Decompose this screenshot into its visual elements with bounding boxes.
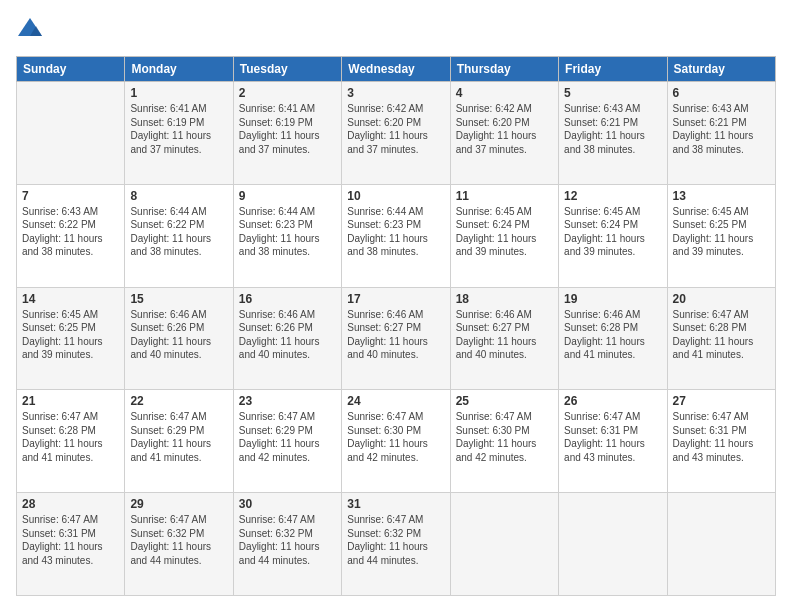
calendar-cell: 31Sunrise: 6:47 AM Sunset: 6:32 PM Dayli… — [342, 493, 450, 596]
calendar-cell: 19Sunrise: 6:46 AM Sunset: 6:28 PM Dayli… — [559, 287, 667, 390]
calendar-cell: 24Sunrise: 6:47 AM Sunset: 6:30 PM Dayli… — [342, 390, 450, 493]
calendar-cell: 15Sunrise: 6:46 AM Sunset: 6:26 PM Dayli… — [125, 287, 233, 390]
day-info: Sunrise: 6:41 AM Sunset: 6:19 PM Dayligh… — [239, 102, 336, 156]
day-info: Sunrise: 6:47 AM Sunset: 6:28 PM Dayligh… — [673, 308, 770, 362]
day-info: Sunrise: 6:46 AM Sunset: 6:26 PM Dayligh… — [239, 308, 336, 362]
day-number: 30 — [239, 497, 336, 511]
week-row-2: 7Sunrise: 6:43 AM Sunset: 6:22 PM Daylig… — [17, 184, 776, 287]
day-info: Sunrise: 6:45 AM Sunset: 6:24 PM Dayligh… — [564, 205, 661, 259]
day-info: Sunrise: 6:47 AM Sunset: 6:32 PM Dayligh… — [347, 513, 444, 567]
day-number: 7 — [22, 189, 119, 203]
calendar-cell: 21Sunrise: 6:47 AM Sunset: 6:28 PM Dayli… — [17, 390, 125, 493]
day-info: Sunrise: 6:47 AM Sunset: 6:30 PM Dayligh… — [347, 410, 444, 464]
logo — [16, 16, 48, 44]
day-info: Sunrise: 6:45 AM Sunset: 6:25 PM Dayligh… — [673, 205, 770, 259]
header-day-tuesday: Tuesday — [233, 57, 341, 82]
day-number: 31 — [347, 497, 444, 511]
header-day-saturday: Saturday — [667, 57, 775, 82]
day-number: 1 — [130, 86, 227, 100]
day-number: 13 — [673, 189, 770, 203]
day-info: Sunrise: 6:47 AM Sunset: 6:29 PM Dayligh… — [130, 410, 227, 464]
calendar-cell: 9Sunrise: 6:44 AM Sunset: 6:23 PM Daylig… — [233, 184, 341, 287]
week-row-1: 1Sunrise: 6:41 AM Sunset: 6:19 PM Daylig… — [17, 82, 776, 185]
day-number: 21 — [22, 394, 119, 408]
day-info: Sunrise: 6:43 AM Sunset: 6:22 PM Dayligh… — [22, 205, 119, 259]
day-info: Sunrise: 6:47 AM Sunset: 6:30 PM Dayligh… — [456, 410, 553, 464]
day-info: Sunrise: 6:46 AM Sunset: 6:26 PM Dayligh… — [130, 308, 227, 362]
day-number: 23 — [239, 394, 336, 408]
day-number: 18 — [456, 292, 553, 306]
day-number: 25 — [456, 394, 553, 408]
calendar-header-row: SundayMondayTuesdayWednesdayThursdayFrid… — [17, 57, 776, 82]
day-info: Sunrise: 6:47 AM Sunset: 6:32 PM Dayligh… — [239, 513, 336, 567]
calendar-cell: 28Sunrise: 6:47 AM Sunset: 6:31 PM Dayli… — [17, 493, 125, 596]
day-number: 19 — [564, 292, 661, 306]
calendar-cell — [450, 493, 558, 596]
day-number: 5 — [564, 86, 661, 100]
day-number: 2 — [239, 86, 336, 100]
calendar-cell: 17Sunrise: 6:46 AM Sunset: 6:27 PM Dayli… — [342, 287, 450, 390]
day-number: 27 — [673, 394, 770, 408]
calendar-cell — [17, 82, 125, 185]
calendar-cell: 13Sunrise: 6:45 AM Sunset: 6:25 PM Dayli… — [667, 184, 775, 287]
day-info: Sunrise: 6:47 AM Sunset: 6:31 PM Dayligh… — [564, 410, 661, 464]
header-day-friday: Friday — [559, 57, 667, 82]
calendar-table: SundayMondayTuesdayWednesdayThursdayFrid… — [16, 56, 776, 596]
day-number: 26 — [564, 394, 661, 408]
day-info: Sunrise: 6:47 AM Sunset: 6:29 PM Dayligh… — [239, 410, 336, 464]
day-info: Sunrise: 6:46 AM Sunset: 6:27 PM Dayligh… — [456, 308, 553, 362]
day-number: 22 — [130, 394, 227, 408]
calendar-cell: 16Sunrise: 6:46 AM Sunset: 6:26 PM Dayli… — [233, 287, 341, 390]
day-info: Sunrise: 6:47 AM Sunset: 6:31 PM Dayligh… — [22, 513, 119, 567]
day-info: Sunrise: 6:43 AM Sunset: 6:21 PM Dayligh… — [673, 102, 770, 156]
calendar-cell: 7Sunrise: 6:43 AM Sunset: 6:22 PM Daylig… — [17, 184, 125, 287]
day-info: Sunrise: 6:47 AM Sunset: 6:28 PM Dayligh… — [22, 410, 119, 464]
calendar-cell: 5Sunrise: 6:43 AM Sunset: 6:21 PM Daylig… — [559, 82, 667, 185]
day-info: Sunrise: 6:46 AM Sunset: 6:27 PM Dayligh… — [347, 308, 444, 362]
calendar-cell: 25Sunrise: 6:47 AM Sunset: 6:30 PM Dayli… — [450, 390, 558, 493]
calendar-cell: 20Sunrise: 6:47 AM Sunset: 6:28 PM Dayli… — [667, 287, 775, 390]
week-row-4: 21Sunrise: 6:47 AM Sunset: 6:28 PM Dayli… — [17, 390, 776, 493]
day-number: 10 — [347, 189, 444, 203]
header — [16, 16, 776, 44]
header-day-wednesday: Wednesday — [342, 57, 450, 82]
calendar-cell: 3Sunrise: 6:42 AM Sunset: 6:20 PM Daylig… — [342, 82, 450, 185]
calendar-cell: 4Sunrise: 6:42 AM Sunset: 6:20 PM Daylig… — [450, 82, 558, 185]
calendar-cell: 18Sunrise: 6:46 AM Sunset: 6:27 PM Dayli… — [450, 287, 558, 390]
calendar-cell: 29Sunrise: 6:47 AM Sunset: 6:32 PM Dayli… — [125, 493, 233, 596]
calendar-cell: 26Sunrise: 6:47 AM Sunset: 6:31 PM Dayli… — [559, 390, 667, 493]
calendar-cell: 1Sunrise: 6:41 AM Sunset: 6:19 PM Daylig… — [125, 82, 233, 185]
header-day-thursday: Thursday — [450, 57, 558, 82]
day-info: Sunrise: 6:44 AM Sunset: 6:23 PM Dayligh… — [347, 205, 444, 259]
day-number: 28 — [22, 497, 119, 511]
header-day-sunday: Sunday — [17, 57, 125, 82]
day-number: 8 — [130, 189, 227, 203]
day-number: 17 — [347, 292, 444, 306]
day-number: 11 — [456, 189, 553, 203]
logo-icon — [16, 16, 44, 44]
day-info: Sunrise: 6:45 AM Sunset: 6:25 PM Dayligh… — [22, 308, 119, 362]
day-number: 3 — [347, 86, 444, 100]
calendar-cell: 27Sunrise: 6:47 AM Sunset: 6:31 PM Dayli… — [667, 390, 775, 493]
day-info: Sunrise: 6:44 AM Sunset: 6:22 PM Dayligh… — [130, 205, 227, 259]
calendar-cell — [667, 493, 775, 596]
day-number: 15 — [130, 292, 227, 306]
calendar-cell: 6Sunrise: 6:43 AM Sunset: 6:21 PM Daylig… — [667, 82, 775, 185]
day-number: 20 — [673, 292, 770, 306]
day-info: Sunrise: 6:42 AM Sunset: 6:20 PM Dayligh… — [347, 102, 444, 156]
calendar-cell: 11Sunrise: 6:45 AM Sunset: 6:24 PM Dayli… — [450, 184, 558, 287]
calendar-cell: 23Sunrise: 6:47 AM Sunset: 6:29 PM Dayli… — [233, 390, 341, 493]
calendar-cell: 12Sunrise: 6:45 AM Sunset: 6:24 PM Dayli… — [559, 184, 667, 287]
page: SundayMondayTuesdayWednesdayThursdayFrid… — [0, 0, 792, 612]
day-number: 24 — [347, 394, 444, 408]
day-number: 9 — [239, 189, 336, 203]
day-info: Sunrise: 6:41 AM Sunset: 6:19 PM Dayligh… — [130, 102, 227, 156]
calendar-cell: 22Sunrise: 6:47 AM Sunset: 6:29 PM Dayli… — [125, 390, 233, 493]
calendar-cell — [559, 493, 667, 596]
day-info: Sunrise: 6:47 AM Sunset: 6:31 PM Dayligh… — [673, 410, 770, 464]
day-number: 14 — [22, 292, 119, 306]
calendar-cell: 8Sunrise: 6:44 AM Sunset: 6:22 PM Daylig… — [125, 184, 233, 287]
week-row-3: 14Sunrise: 6:45 AM Sunset: 6:25 PM Dayli… — [17, 287, 776, 390]
day-info: Sunrise: 6:42 AM Sunset: 6:20 PM Dayligh… — [456, 102, 553, 156]
day-info: Sunrise: 6:44 AM Sunset: 6:23 PM Dayligh… — [239, 205, 336, 259]
